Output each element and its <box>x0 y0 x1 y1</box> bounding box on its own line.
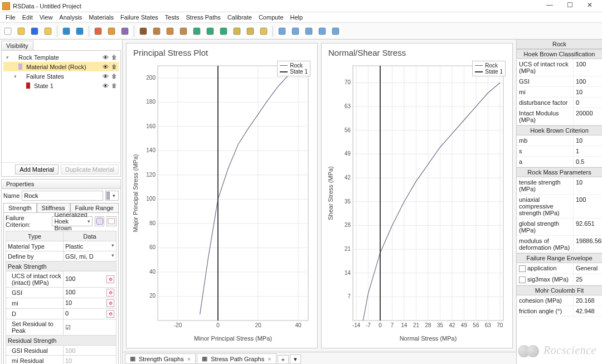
calculator-icon[interactable]: ⚙ <box>106 275 114 283</box>
plot-alt2-icon[interactable] <box>303 25 315 37</box>
menu-compute[interactable]: Compute <box>255 13 287 22</box>
menu-edit[interactable]: Edit <box>19 13 36 22</box>
plot-alt4-icon[interactable] <box>329 25 342 37</box>
menu-failurestates[interactable]: Failure States <box>117 13 162 22</box>
close-icon[interactable]: × <box>268 356 271 362</box>
cube-brown-icon[interactable] <box>137 25 149 37</box>
trash-icon[interactable]: 🗑 <box>110 54 119 60</box>
chart-icon: ▦ <box>130 355 135 362</box>
grid-table-icon[interactable] <box>258 25 270 37</box>
doctab-add-button[interactable]: + <box>278 355 289 364</box>
define-by-select[interactable]: GSI, mi, D <box>63 251 116 261</box>
close-button[interactable]: ✕ <box>580 0 600 12</box>
trash-icon[interactable]: 🗑 <box>110 73 119 79</box>
plot2-legend: Rock State 1 <box>472 61 506 76</box>
svg-text:100: 100 <box>146 196 156 202</box>
copy-icon[interactable] <box>42 25 54 37</box>
doctab-stress-path-graphs[interactable]: ▦ Stress Path Graphs × <box>197 353 276 364</box>
material-type-select[interactable]: Plastic <box>63 241 116 251</box>
pencil-icon[interactable] <box>231 25 243 37</box>
tab-strength[interactable]: Strength <box>3 203 37 212</box>
cube-orange-icon[interactable] <box>164 25 176 37</box>
eye-icon[interactable]: 👁 <box>101 54 110 61</box>
mi-cell[interactable]: 10⚙ <box>63 298 116 309</box>
save-icon[interactable] <box>28 25 41 37</box>
expander-icon[interactable]: ▾ <box>4 55 11 60</box>
redo-icon[interactable] <box>74 25 86 37</box>
axes-3d-icon[interactable] <box>204 25 216 37</box>
param-row: Intact Modulus (MPa)20000 <box>517 108 602 125</box>
menu-file[interactable]: File <box>2 13 19 22</box>
doctab-menu-button[interactable]: ▾ <box>290 355 301 364</box>
tab-stiffness[interactable]: Stiffness <box>37 203 70 212</box>
tree-label: State 1 <box>32 82 101 89</box>
edit-note-icon[interactable] <box>244 25 256 37</box>
plot1-canvas[interactable]: -200204020406080100120140160180200Minor … <box>130 60 314 346</box>
material-color-picker[interactable]: ▾ <box>105 191 119 201</box>
tree-row[interactable]: Material Model (Rock)👁🗑 <box>3 62 119 71</box>
plot-alt1-icon[interactable] <box>289 25 302 37</box>
open-folder-icon[interactable] <box>15 25 27 37</box>
tree-row[interactable]: ▾Failure States👁🗑 <box>3 71 119 81</box>
trash-icon[interactable]: 🗑 <box>110 64 119 70</box>
menu-stresspaths[interactable]: Stress Paths <box>183 13 224 22</box>
cube-purple-icon[interactable] <box>119 25 131 37</box>
calculator-icon[interactable]: ⚙ <box>106 289 114 297</box>
new-file-icon[interactable] <box>2 25 14 37</box>
app-a-icon[interactable] <box>151 25 163 37</box>
svg-text:40: 40 <box>295 322 302 328</box>
doctab-strength-graphs[interactable]: ▦ Strength Graphs × <box>125 353 196 364</box>
menu-analysis[interactable]: Analysis <box>56 13 85 22</box>
failure-criterion-select[interactable]: Generalized Hoek Brown ▾ <box>52 216 92 226</box>
tab-failure-range[interactable]: Failure Range <box>70 203 119 212</box>
svg-text:21: 21 <box>413 322 420 328</box>
gsi-cell[interactable]: 100⚙ <box>63 288 116 298</box>
calculator-icon[interactable]: ⚙ <box>106 299 114 307</box>
checkbox-icon[interactable] <box>519 265 526 272</box>
tree-row[interactable]: State 1👁🗑 <box>3 81 119 90</box>
close-icon[interactable]: × <box>187 356 191 362</box>
menu-tests[interactable]: Tests <box>162 13 183 22</box>
calculator-icon[interactable]: ⚙ <box>106 310 114 318</box>
fc-action-a-button[interactable] <box>95 216 105 226</box>
set-residual-checkbox[interactable]: ☑ <box>63 319 116 336</box>
maximize-button[interactable]: ☐ <box>560 0 580 12</box>
plot-alt3-icon[interactable] <box>316 25 328 37</box>
menu-view[interactable]: View <box>36 13 56 22</box>
checkbox-icon[interactable] <box>519 276 526 283</box>
svg-rect-13 <box>193 28 200 35</box>
section-header: Failure Range Envelope <box>517 253 602 263</box>
visibility-tab[interactable]: Visibility <box>1 41 33 50</box>
properties-panel: Properties Name ▾ Strength Stiffness Fai… <box>1 179 121 363</box>
param-row: friction angle (°)42.948 <box>517 306 602 317</box>
tree-row[interactable]: ▾Rock Template👁🗑 <box>3 52 119 62</box>
add-material-button[interactable]: Add Material <box>15 164 59 174</box>
plot2-canvas[interactable]: -14-707142128354249566370714212835424956… <box>325 60 509 346</box>
results-panel: Rock Hoek Brown ClassificationUCS of int… <box>516 40 602 364</box>
axes-xy-icon[interactable] <box>191 25 203 37</box>
svg-text:120: 120 <box>146 172 156 178</box>
wizard-icon[interactable] <box>177 25 190 37</box>
fc-action-b-button[interactable] <box>106 216 116 226</box>
d-cell[interactable]: 0⚙ <box>63 309 116 319</box>
shape-red-icon[interactable] <box>92 25 104 37</box>
titlebar: RSData - Untitled Project — ☐ ✕ <box>0 0 602 12</box>
shape-orange-icon[interactable] <box>105 25 118 37</box>
plot-grid-icon[interactable] <box>276 25 288 37</box>
menu-materials[interactable]: Materials <box>85 13 117 22</box>
menu-calibrate[interactable]: Calibrate <box>224 13 255 22</box>
properties-tab[interactable]: Properties <box>1 179 121 188</box>
eye-icon[interactable]: 👁 <box>101 64 110 70</box>
trash-icon[interactable]: 🗑 <box>110 82 119 89</box>
menu-help[interactable]: Help <box>287 13 307 22</box>
eye-icon[interactable]: 👁 <box>101 82 110 89</box>
axes-alt-icon[interactable] <box>217 25 230 37</box>
svg-rect-16 <box>234 28 240 35</box>
material-name-input[interactable] <box>22 191 103 201</box>
minimize-button[interactable]: — <box>540 0 560 12</box>
undo-icon[interactable] <box>60 25 72 37</box>
ucs-cell[interactable]: 100⚙ <box>63 271 116 288</box>
svg-rect-25 <box>108 219 115 224</box>
expander-icon[interactable]: ▾ <box>12 74 18 79</box>
eye-icon[interactable]: 👁 <box>101 73 110 80</box>
